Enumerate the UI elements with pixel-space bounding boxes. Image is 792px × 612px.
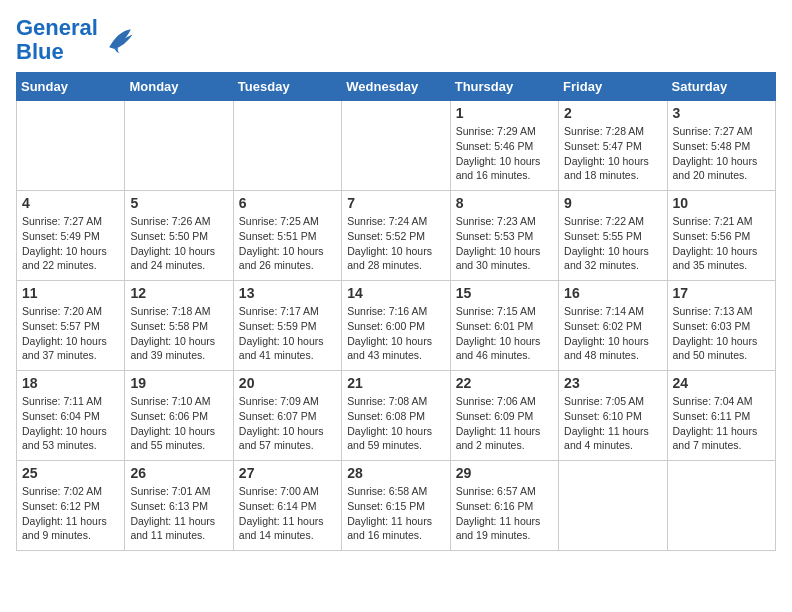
calendar-cell: 29Sunrise: 6:57 AM Sunset: 6:16 PM Dayli… <box>450 461 558 551</box>
week-row-1: 1Sunrise: 7:29 AM Sunset: 5:46 PM Daylig… <box>17 101 776 191</box>
calendar-cell: 8Sunrise: 7:23 AM Sunset: 5:53 PM Daylig… <box>450 191 558 281</box>
day-info: Sunrise: 6:57 AM Sunset: 6:16 PM Dayligh… <box>456 484 553 543</box>
weekday-header-saturday: Saturday <box>667 73 775 101</box>
day-info: Sunrise: 7:06 AM Sunset: 6:09 PM Dayligh… <box>456 394 553 453</box>
day-info: Sunrise: 6:58 AM Sunset: 6:15 PM Dayligh… <box>347 484 444 543</box>
calendar-cell: 11Sunrise: 7:20 AM Sunset: 5:57 PM Dayli… <box>17 281 125 371</box>
day-number: 27 <box>239 465 336 481</box>
calendar-cell: 3Sunrise: 7:27 AM Sunset: 5:48 PM Daylig… <box>667 101 775 191</box>
calendar-cell: 2Sunrise: 7:28 AM Sunset: 5:47 PM Daylig… <box>559 101 667 191</box>
day-number: 22 <box>456 375 553 391</box>
day-info: Sunrise: 7:11 AM Sunset: 6:04 PM Dayligh… <box>22 394 119 453</box>
day-info: Sunrise: 7:26 AM Sunset: 5:50 PM Dayligh… <box>130 214 227 273</box>
day-info: Sunrise: 7:27 AM Sunset: 5:49 PM Dayligh… <box>22 214 119 273</box>
calendar-cell: 7Sunrise: 7:24 AM Sunset: 5:52 PM Daylig… <box>342 191 450 281</box>
day-number: 23 <box>564 375 661 391</box>
calendar-cell: 12Sunrise: 7:18 AM Sunset: 5:58 PM Dayli… <box>125 281 233 371</box>
day-number: 6 <box>239 195 336 211</box>
calendar-cell: 6Sunrise: 7:25 AM Sunset: 5:51 PM Daylig… <box>233 191 341 281</box>
calendar-cell: 27Sunrise: 7:00 AM Sunset: 6:14 PM Dayli… <box>233 461 341 551</box>
day-number: 24 <box>673 375 770 391</box>
day-number: 2 <box>564 105 661 121</box>
day-number: 5 <box>130 195 227 211</box>
day-number: 19 <box>130 375 227 391</box>
calendar-cell: 23Sunrise: 7:05 AM Sunset: 6:10 PM Dayli… <box>559 371 667 461</box>
day-info: Sunrise: 7:00 AM Sunset: 6:14 PM Dayligh… <box>239 484 336 543</box>
calendar-cell <box>233 101 341 191</box>
day-number: 15 <box>456 285 553 301</box>
weekday-header-thursday: Thursday <box>450 73 558 101</box>
week-row-3: 11Sunrise: 7:20 AM Sunset: 5:57 PM Dayli… <box>17 281 776 371</box>
day-info: Sunrise: 7:02 AM Sunset: 6:12 PM Dayligh… <box>22 484 119 543</box>
calendar-cell: 15Sunrise: 7:15 AM Sunset: 6:01 PM Dayli… <box>450 281 558 371</box>
day-number: 13 <box>239 285 336 301</box>
calendar-cell <box>17 101 125 191</box>
calendar-cell: 14Sunrise: 7:16 AM Sunset: 6:00 PM Dayli… <box>342 281 450 371</box>
day-info: Sunrise: 7:05 AM Sunset: 6:10 PM Dayligh… <box>564 394 661 453</box>
day-number: 1 <box>456 105 553 121</box>
day-number: 20 <box>239 375 336 391</box>
calendar-cell: 28Sunrise: 6:58 AM Sunset: 6:15 PM Dayli… <box>342 461 450 551</box>
calendar-cell: 18Sunrise: 7:11 AM Sunset: 6:04 PM Dayli… <box>17 371 125 461</box>
day-info: Sunrise: 7:29 AM Sunset: 5:46 PM Dayligh… <box>456 124 553 183</box>
calendar-cell: 16Sunrise: 7:14 AM Sunset: 6:02 PM Dayli… <box>559 281 667 371</box>
calendar-cell: 9Sunrise: 7:22 AM Sunset: 5:55 PM Daylig… <box>559 191 667 281</box>
day-info: Sunrise: 7:18 AM Sunset: 5:58 PM Dayligh… <box>130 304 227 363</box>
calendar-cell: 21Sunrise: 7:08 AM Sunset: 6:08 PM Dayli… <box>342 371 450 461</box>
day-info: Sunrise: 7:08 AM Sunset: 6:08 PM Dayligh… <box>347 394 444 453</box>
day-number: 29 <box>456 465 553 481</box>
weekday-header-friday: Friday <box>559 73 667 101</box>
calendar-cell <box>667 461 775 551</box>
day-info: Sunrise: 7:16 AM Sunset: 6:00 PM Dayligh… <box>347 304 444 363</box>
calendar-cell <box>342 101 450 191</box>
calendar-cell: 26Sunrise: 7:01 AM Sunset: 6:13 PM Dayli… <box>125 461 233 551</box>
day-number: 3 <box>673 105 770 121</box>
day-number: 4 <box>22 195 119 211</box>
calendar-cell: 5Sunrise: 7:26 AM Sunset: 5:50 PM Daylig… <box>125 191 233 281</box>
day-info: Sunrise: 7:09 AM Sunset: 6:07 PM Dayligh… <box>239 394 336 453</box>
calendar-cell <box>125 101 233 191</box>
week-row-4: 18Sunrise: 7:11 AM Sunset: 6:04 PM Dayli… <box>17 371 776 461</box>
day-number: 10 <box>673 195 770 211</box>
calendar-cell: 13Sunrise: 7:17 AM Sunset: 5:59 PM Dayli… <box>233 281 341 371</box>
day-number: 26 <box>130 465 227 481</box>
day-info: Sunrise: 7:17 AM Sunset: 5:59 PM Dayligh… <box>239 304 336 363</box>
logo-bird-icon <box>102 22 138 58</box>
day-info: Sunrise: 7:25 AM Sunset: 5:51 PM Dayligh… <box>239 214 336 273</box>
calendar-cell: 17Sunrise: 7:13 AM Sunset: 6:03 PM Dayli… <box>667 281 775 371</box>
week-row-5: 25Sunrise: 7:02 AM Sunset: 6:12 PM Dayli… <box>17 461 776 551</box>
day-info: Sunrise: 7:22 AM Sunset: 5:55 PM Dayligh… <box>564 214 661 273</box>
calendar-cell: 4Sunrise: 7:27 AM Sunset: 5:49 PM Daylig… <box>17 191 125 281</box>
day-number: 18 <box>22 375 119 391</box>
day-info: Sunrise: 7:20 AM Sunset: 5:57 PM Dayligh… <box>22 304 119 363</box>
weekday-header-row: SundayMondayTuesdayWednesdayThursdayFrid… <box>17 73 776 101</box>
day-number: 16 <box>564 285 661 301</box>
weekday-header-sunday: Sunday <box>17 73 125 101</box>
calendar-cell: 19Sunrise: 7:10 AM Sunset: 6:06 PM Dayli… <box>125 371 233 461</box>
logo-text2: Blue <box>16 40 98 64</box>
day-info: Sunrise: 7:04 AM Sunset: 6:11 PM Dayligh… <box>673 394 770 453</box>
weekday-header-monday: Monday <box>125 73 233 101</box>
calendar-cell: 10Sunrise: 7:21 AM Sunset: 5:56 PM Dayli… <box>667 191 775 281</box>
day-number: 25 <box>22 465 119 481</box>
day-info: Sunrise: 7:28 AM Sunset: 5:47 PM Dayligh… <box>564 124 661 183</box>
calendar-cell: 25Sunrise: 7:02 AM Sunset: 6:12 PM Dayli… <box>17 461 125 551</box>
calendar-cell: 24Sunrise: 7:04 AM Sunset: 6:11 PM Dayli… <box>667 371 775 461</box>
calendar-cell: 20Sunrise: 7:09 AM Sunset: 6:07 PM Dayli… <box>233 371 341 461</box>
calendar-cell <box>559 461 667 551</box>
day-info: Sunrise: 7:24 AM Sunset: 5:52 PM Dayligh… <box>347 214 444 273</box>
day-info: Sunrise: 7:13 AM Sunset: 6:03 PM Dayligh… <box>673 304 770 363</box>
calendar-cell: 22Sunrise: 7:06 AM Sunset: 6:09 PM Dayli… <box>450 371 558 461</box>
day-number: 21 <box>347 375 444 391</box>
logo: General Blue <box>16 16 138 64</box>
day-number: 17 <box>673 285 770 301</box>
calendar-table: SundayMondayTuesdayWednesdayThursdayFrid… <box>16 72 776 551</box>
day-info: Sunrise: 7:27 AM Sunset: 5:48 PM Dayligh… <box>673 124 770 183</box>
day-number: 11 <box>22 285 119 301</box>
week-row-2: 4Sunrise: 7:27 AM Sunset: 5:49 PM Daylig… <box>17 191 776 281</box>
day-info: Sunrise: 7:21 AM Sunset: 5:56 PM Dayligh… <box>673 214 770 273</box>
day-info: Sunrise: 7:23 AM Sunset: 5:53 PM Dayligh… <box>456 214 553 273</box>
day-number: 28 <box>347 465 444 481</box>
day-info: Sunrise: 7:14 AM Sunset: 6:02 PM Dayligh… <box>564 304 661 363</box>
day-number: 14 <box>347 285 444 301</box>
